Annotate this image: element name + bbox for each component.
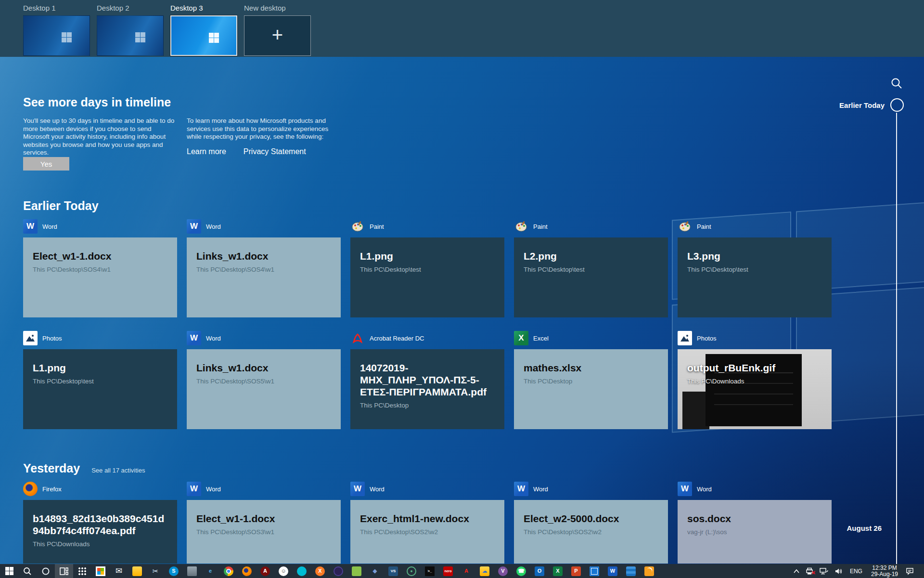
printer-error-icon[interactable]: ✕ (802, 564, 817, 578)
card-body[interactable]: mathes.xlsx This PC\Desktop (514, 349, 668, 429)
network-icon[interactable] (817, 564, 832, 578)
card-body[interactable]: L1.png This PC\Desktop\test (350, 237, 504, 317)
card-body[interactable]: Elect_w1-1.docx This PC\Desktop\SOS3\w1 (187, 500, 341, 564)
whatsapp-glyph: ☎ (516, 566, 526, 576)
atom-icon[interactable] (402, 564, 421, 578)
activity-card[interactable]: X Excel mathes.xlsx This PC\Desktop (514, 331, 668, 429)
chrome-glyph (224, 566, 233, 576)
activity-card[interactable]: Photos L1.png This PC\Desktop\test (23, 331, 177, 429)
learn-more-link[interactable]: Learn more (187, 147, 226, 156)
outlook-icon[interactable]: O (530, 564, 549, 578)
calculator-icon[interactable] (73, 564, 91, 578)
card-body[interactable]: L1.png This PC\Desktop\test (23, 349, 177, 429)
activity-card[interactable]: W Word Exerc_html1-new.docx This PC\Desk… (350, 482, 504, 564)
desktops-band: Desktop 1 Desktop 2 Desktop 3 New deskto… (0, 0, 924, 57)
activity-card[interactable]: Photos output_rBuEnk.gif This PC\Downloa… (678, 331, 832, 429)
desktop-1-tile[interactable]: Desktop 1 (23, 4, 90, 56)
card-body[interactable]: Exerc_html1-new.docx This PC\Desktop\SOS… (350, 500, 504, 564)
card-body[interactable]: Elect_w2-5000.docx This PC\Desktop\SOS2\… (514, 500, 668, 564)
card-body[interactable]: Elect_w1-1.docx This PC\Desktop\SOS4\w1 (23, 237, 177, 317)
card-body[interactable]: Links_w1.docx This PC\Desktop\SOS4\w1 (187, 237, 341, 317)
teamviewer-icon[interactable] (622, 564, 640, 578)
photos-icon (23, 331, 38, 345)
activity-card[interactable]: Firefox b14893_82d13e0b389c451d94bb7f4c4… (23, 482, 177, 564)
nero-icon[interactable]: nero (439, 564, 457, 578)
timeline-scrubber-track[interactable] (896, 113, 897, 564)
calculator-glyph (77, 566, 87, 576)
timeline-scrubber-handle[interactable] (890, 98, 904, 112)
xampp-glyph: X (315, 566, 325, 576)
system-monitor-icon[interactable] (183, 564, 201, 578)
notepad-green-glyph (352, 566, 361, 576)
action-center-icon[interactable] (903, 564, 917, 578)
activity-card[interactable]: W Word sos.docx vag-jr (L:)\sos (678, 482, 832, 564)
activity-card[interactable]: W Word Links_w1.docx This PC\Desktop\SOS… (187, 219, 341, 317)
desktop-3-tile[interactable]: Desktop 3 (170, 4, 237, 56)
card-body[interactable]: sos.docx vag-jr (L:)\sos (678, 500, 832, 564)
excel-icon[interactable]: X (549, 564, 567, 578)
acrobat-reader-icon[interactable]: A (457, 564, 475, 578)
card-title: Elect_w1-1.docx (33, 250, 167, 262)
tray-chevron-up-icon[interactable] (791, 564, 802, 578)
skype-icon[interactable]: S (165, 564, 183, 578)
activity-card[interactable]: Acrobat Reader DC 14072019-ΜΗΧ_ΠΛΗΡ_ΥΠΟΛ… (350, 331, 504, 429)
card-body[interactable]: Links_w1.docx This PC\Desktop\SOS5\w1 (187, 349, 341, 429)
desktop-1-thumbnail[interactable] (23, 15, 90, 56)
office-icon[interactable] (91, 564, 110, 578)
search-icon[interactable] (890, 77, 903, 92)
card-header: W Word (187, 219, 341, 234)
onedrive-folder-icon[interactable]: ☁ (475, 564, 494, 578)
teamviewer-glyph (626, 566, 636, 576)
internet-explorer-icon[interactable]: e (201, 564, 219, 578)
activity-card[interactable]: Paint L3.png This PC\Desktop\test (678, 219, 832, 317)
whatsapp-icon[interactable]: ☎ (512, 564, 530, 578)
card-body[interactable]: L3.png This PC\Desktop\test (678, 237, 832, 317)
aimp-icon[interactable]: A (256, 564, 274, 578)
chrome-icon[interactable] (219, 564, 238, 578)
activity-card[interactable]: Paint L1.png This PC\Desktop\test (350, 219, 504, 317)
card-body[interactable]: 14072019-ΜΗΧ_ΠΛΗΡ_ΥΠΟΛ-ΠΣ-5-ΕΤΕΣ-ΠΕΡΙΓΡΑ… (350, 349, 504, 429)
notepad-green-icon[interactable] (347, 564, 366, 578)
card-body[interactable]: output_rBuEnk.gif This PC\Downloads (678, 349, 832, 429)
virtualbox-icon[interactable]: ◆ (366, 564, 384, 578)
new-desktop-button[interactable]: + (244, 15, 311, 56)
new-desktop-tile[interactable]: New desktop + (244, 4, 311, 56)
task-view-button[interactable] (55, 564, 73, 578)
activity-card[interactable]: W Word Elect_w1-1.docx This PC\Desktop\S… (23, 219, 177, 317)
activity-card[interactable]: W Word Elect_w1-1.docx This PC\Desktop\S… (187, 482, 341, 564)
xampp-icon[interactable]: X (311, 564, 329, 578)
activity-card[interactable]: Paint L2.png This PC\Desktop\test (514, 219, 668, 317)
viber-icon[interactable]: V (494, 564, 512, 578)
photos-app-icon[interactable] (585, 564, 603, 578)
eclipse-icon[interactable] (329, 564, 347, 578)
card-body[interactable]: b14893_82d13e0b389c451d94bb7f4c4ff074ea.… (23, 500, 177, 564)
fdm-glyph (644, 566, 654, 576)
command-prompt-icon[interactable]: >_ (421, 564, 439, 578)
snipping-tool-icon[interactable]: ✂ (146, 564, 165, 578)
start-button[interactable] (0, 564, 18, 578)
card-body[interactable]: L2.png This PC\Desktop\test (514, 237, 668, 317)
powerpoint-icon[interactable]: P (567, 564, 585, 578)
firefox-icon[interactable] (238, 564, 256, 578)
fdm-icon[interactable] (640, 564, 658, 578)
word-icon[interactable]: W (603, 564, 622, 578)
paintdotnet-icon[interactable] (293, 564, 311, 578)
app-name: Word (206, 335, 221, 342)
file-explorer-icon[interactable] (128, 564, 146, 578)
taskbar-search-icon[interactable] (18, 564, 37, 578)
privacy-statement-link[interactable]: Privacy Statement (244, 147, 306, 156)
yes-button[interactable]: Yes (23, 157, 69, 171)
vscode-icon[interactable]: VS (384, 564, 402, 578)
desktop-2-tile[interactable]: Desktop 2 (97, 4, 164, 56)
desktop-2-thumbnail[interactable] (97, 15, 164, 56)
clock[interactable]: 12:32 PM 29-Aug-19 (866, 565, 903, 578)
desktop-3-thumbnail[interactable] (170, 15, 237, 56)
smiley-icon[interactable]: ☺ (274, 564, 293, 578)
see-all-activities-link[interactable]: See all 17 activities (91, 467, 145, 474)
language-indicator[interactable]: ENG (846, 568, 866, 575)
volume-icon[interactable] (832, 564, 846, 578)
activity-card[interactable]: W Word Links_w1.docx This PC\Desktop\SOS… (187, 331, 341, 429)
activity-card[interactable]: W Word Elect_w2-5000.docx This PC\Deskto… (514, 482, 668, 564)
cortana-icon[interactable] (37, 564, 55, 578)
mail-icon[interactable]: ✉ (110, 564, 128, 578)
